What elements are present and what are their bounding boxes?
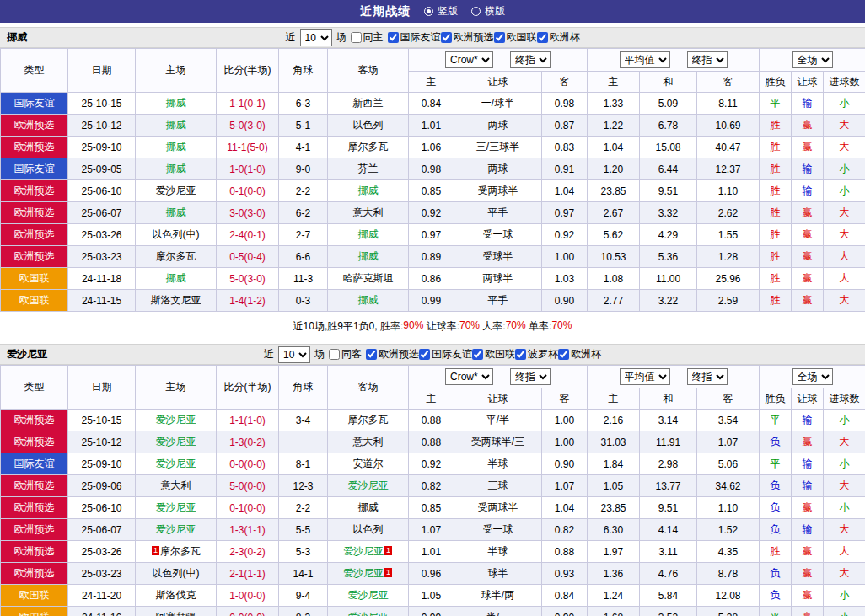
odds-stage-select[interactable]: 终指	[510, 368, 551, 385]
average-stage-select[interactable]: 终指	[687, 368, 728, 385]
odds-stage-select[interactable]: 终指	[510, 51, 551, 68]
odds-home: 0.92	[409, 202, 454, 224]
summary-text: 大率:	[480, 319, 506, 334]
avg-draw: 13.77	[640, 475, 697, 497]
same-venue-label: 同主	[363, 30, 384, 45]
same-venue-filter[interactable]: 同主	[351, 30, 384, 45]
result-goals: 大	[824, 137, 865, 158]
recent-count-select[interactable]: 10	[300, 29, 332, 46]
radio-vertical[interactable]: 竖版	[424, 4, 458, 19]
radio-unselected-icon	[471, 7, 481, 16]
average-select[interactable]: 平均值	[620, 51, 670, 68]
league-label: 欧洲预选	[454, 30, 494, 45]
league-filter[interactable]: 欧洲杯	[558, 347, 601, 362]
match-date: 25-03-26	[68, 224, 136, 246]
avg-draw: 5.36	[640, 246, 697, 268]
league-checkbox[interactable]	[366, 349, 377, 360]
same-venue-checkbox[interactable]	[329, 349, 340, 360]
league-checkbox[interactable]	[537, 32, 548, 43]
odds-home: 1.01	[409, 115, 454, 137]
odds-handicap: 半球	[454, 541, 542, 563]
radio-horizontal[interactable]: 横版	[471, 4, 505, 19]
match-row: 欧洲预选25-06-07爱沙尼亚1-3(1-1)5-5以色列1.07受一球0.8…	[1, 519, 865, 541]
match-row: 国际友谊25-10-15挪威1-1(0-1)6-3新西兰0.84一/球半0.98…	[1, 93, 865, 115]
radio-horizontal-label: 横版	[485, 4, 505, 19]
match-date: 24-11-15	[68, 290, 136, 312]
result-winloss: 胜	[760, 541, 792, 563]
avg-away: 1.10	[697, 497, 760, 519]
full-match-select[interactable]: 全场	[792, 51, 833, 68]
avg-home: 1.05	[588, 475, 640, 497]
result-handicap: 赢	[792, 497, 824, 519]
average-stage-select[interactable]: 终指	[687, 51, 728, 68]
league-label: 国际友谊	[400, 30, 441, 45]
result-winloss: 负	[760, 563, 792, 585]
avg-home: 2.67	[588, 202, 640, 224]
summary-percentage: 90%	[403, 319, 423, 334]
avg-home: 1.20	[588, 158, 640, 180]
home-team: 挪威	[136, 115, 217, 137]
odds-home: 0.99	[409, 290, 454, 312]
home-team-name: 摩尔多瓦	[160, 545, 201, 557]
same-venue-checkbox[interactable]	[351, 32, 362, 43]
result-goals: 大	[824, 268, 865, 290]
league-checkbox[interactable]	[419, 349, 430, 360]
league-filter[interactable]: 波罗杯	[515, 347, 558, 362]
league-filter[interactable]: 欧国联	[472, 347, 515, 362]
corners: 14-1	[279, 563, 328, 585]
full-match-select[interactable]: 全场	[792, 368, 833, 385]
league-checkbox[interactable]	[388, 32, 399, 43]
odds-handicap: 受球半	[454, 246, 542, 268]
avg-draw: 3.32	[640, 202, 697, 224]
home-team-name: 挪威	[166, 272, 186, 284]
league-filter[interactable]: 欧洲预选	[441, 30, 494, 45]
league-checkbox[interactable]	[441, 32, 452, 43]
league-filter[interactable]: 欧洲杯	[537, 30, 580, 45]
average-select[interactable]: 平均值	[620, 368, 670, 385]
avg-away: 12.37	[697, 158, 760, 180]
col-away: 客场	[328, 49, 409, 93]
bookmaker-select[interactable]: Crow*	[445, 368, 493, 385]
col-home: 主场	[136, 366, 217, 410]
match-row: 欧国联24-11-15斯洛文尼亚1-4(1-2)0-3挪威0.99平手0.902…	[1, 290, 865, 312]
col-odds-away: 客	[542, 72, 588, 93]
summary-percentage: 70%	[551, 319, 572, 334]
away-team-name: 爱沙尼亚	[343, 567, 384, 579]
away-team: 以色列	[328, 519, 409, 541]
away-team-name: 哈萨克斯坦	[343, 272, 394, 284]
league-filter[interactable]: 国际友谊	[388, 30, 441, 45]
away-team-name: 芬兰	[358, 163, 379, 174]
result-winloss: 胜	[760, 115, 792, 137]
league-filter[interactable]: 国际友谊	[419, 347, 472, 362]
league-checkbox[interactable]	[558, 349, 569, 360]
radio-selected-icon	[424, 7, 433, 16]
avg-home: 1.24	[588, 585, 640, 607]
league-label: 欧国联	[485, 347, 515, 362]
col-goals: 进球数	[824, 388, 865, 410]
home-team-name: 意大利	[161, 479, 191, 491]
avg-home: 1.97	[588, 541, 640, 563]
filter-bar: 近 10 场 同主 国际友谊欧洲预选欧国联欧洲杯	[0, 28, 865, 47]
same-venue-filter[interactable]: 同客	[329, 347, 362, 362]
result-winloss: 胜	[760, 268, 792, 290]
home-team: 挪威	[136, 268, 217, 290]
home-team-name: 挪威	[166, 119, 186, 131]
avg-away: 34.62	[697, 475, 760, 497]
match-row: 欧洲预选25-03-23摩尔多瓦0-5(0-4)6-6挪威0.89受球半1.00…	[1, 246, 865, 268]
sections-container: 挪威 近 10 场 同主 国际友谊欧洲预选欧国联欧洲杯	[0, 27, 865, 616]
avg-draw: 5.09	[640, 93, 697, 115]
result-handicap: 赢	[792, 224, 824, 246]
league-filter[interactable]: 欧国联	[494, 30, 537, 45]
league-checkbox[interactable]	[472, 349, 483, 360]
bookmaker-select[interactable]: Crow*	[445, 51, 493, 68]
score: 1-4(1-2)	[217, 290, 279, 312]
league-filter[interactable]: 欧洲预选	[366, 347, 419, 362]
odds-away: 0.91	[542, 158, 588, 180]
league-checkbox[interactable]	[515, 349, 526, 360]
away-team-name: 意大利	[353, 436, 384, 447]
match-row: 欧洲预选25-03-23以色列(中)2-1(1-1)14-1爱沙尼亚10.96球…	[1, 563, 865, 585]
corners: 9-4	[279, 585, 328, 607]
league-checkbox[interactable]	[494, 32, 505, 43]
recent-count-select[interactable]: 10	[278, 346, 310, 363]
avg-draw: 4.14	[640, 519, 697, 541]
